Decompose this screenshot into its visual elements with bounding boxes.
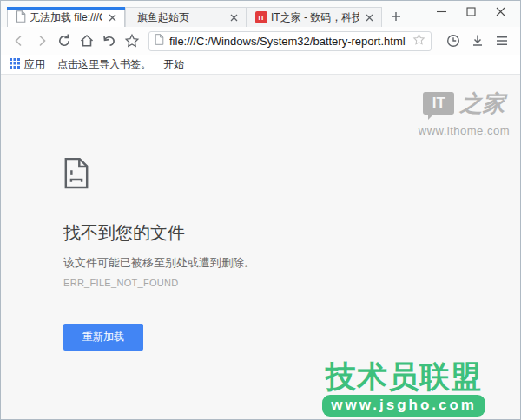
minimize-icon[interactable] <box>426 3 456 20</box>
tab-title: IT之家 - 数码，科技，生 <box>271 10 359 25</box>
jsgho-url: www.jsgho.com <box>322 395 485 417</box>
apps-grid-icon <box>10 58 20 71</box>
forward-icon[interactable] <box>30 30 53 52</box>
jsgho-title: 技术员联盟 <box>322 360 485 393</box>
tab-title: 旗鱼起始页 <box>137 10 223 25</box>
page-icon <box>16 10 26 25</box>
window-controls <box>426 3 515 20</box>
close-tab-icon[interactable] <box>105 10 119 24</box>
home-icon[interactable] <box>76 30 98 52</box>
error-description: 该文件可能已被移至别处或遭到删除。 <box>63 255 428 270</box>
favorites-star-icon[interactable] <box>121 30 143 52</box>
error-title: 找不到您的文件 <box>63 221 428 244</box>
ithome-url: www.ithome.com <box>419 124 510 137</box>
ithome-logo-suffix: 之家 <box>459 92 505 116</box>
tab-ithome[interactable]: IT IT之家 - 数码，科技，生 <box>247 7 382 27</box>
jsgho-watermark: 技术员联盟 www.jsgho.com <box>322 360 485 417</box>
menu-icon[interactable] <box>491 30 513 52</box>
url-text[interactable]: file:///C:/Windows/System32/battery-repo… <box>169 35 412 48</box>
close-tab-icon[interactable] <box>227 10 241 24</box>
browser-window: 无法加载 file:///C:/Windo 旗鱼起始页 IT IT之家 - 数码… <box>0 0 521 420</box>
history-clock-icon[interactable] <box>442 30 465 52</box>
import-bookmarks-hint[interactable]: 点击这里导入书签。 <box>57 57 151 72</box>
sad-file-icon <box>63 157 428 193</box>
toolbar-right-icons <box>440 30 513 52</box>
error-page-content: IT 之家 www.ithome.com 找不到您的文件 该文件可能已被移至别处… <box>1 75 520 419</box>
tab-bar: 无法加载 file:///C:/Windo 旗鱼起始页 IT IT之家 - 数码… <box>1 1 520 27</box>
bookmark-apps[interactable]: 应用 <box>10 57 45 72</box>
tab-error-page[interactable]: 无法加载 file:///C:/Windo <box>7 7 125 27</box>
tab-title: 无法加载 file:///C:/Windo <box>30 10 102 25</box>
address-bar[interactable]: file:///C:/Windows/System32/battery-repo… <box>148 31 432 51</box>
error-block: 找不到您的文件 该文件可能已被移至别处或遭到删除。 ERR_FILE_NOT_F… <box>63 75 428 351</box>
reload-button[interactable]: 重新加载 <box>63 324 143 351</box>
page-icon <box>155 33 164 49</box>
close-tab-icon[interactable] <box>362 10 376 24</box>
apps-label: 应用 <box>24 57 45 72</box>
close-window-icon[interactable] <box>485 3 515 20</box>
maximize-icon[interactable] <box>456 3 485 20</box>
navigation-toolbar: file:///C:/Windows/System32/battery-repo… <box>1 27 520 55</box>
ithome-favicon: IT <box>255 11 267 23</box>
bookmark-star-icon[interactable] <box>412 33 425 49</box>
error-code: ERR_FILE_NOT_FOUND <box>63 278 428 289</box>
bookmarks-bar: 应用 点击这里导入书签。 开始 <box>1 55 520 75</box>
back-icon[interactable] <box>8 30 30 52</box>
undo-close-tab-icon[interactable] <box>98 30 121 52</box>
tab-start-page[interactable]: 旗鱼起始页 <box>125 7 247 27</box>
reload-icon[interactable] <box>53 30 76 52</box>
ithome-watermark: IT 之家 www.ithome.com <box>419 92 510 137</box>
downloads-icon[interactable] <box>466 30 489 52</box>
bookmark-start-link[interactable]: 开始 <box>163 57 184 72</box>
new-tab-icon[interactable] <box>389 11 403 25</box>
